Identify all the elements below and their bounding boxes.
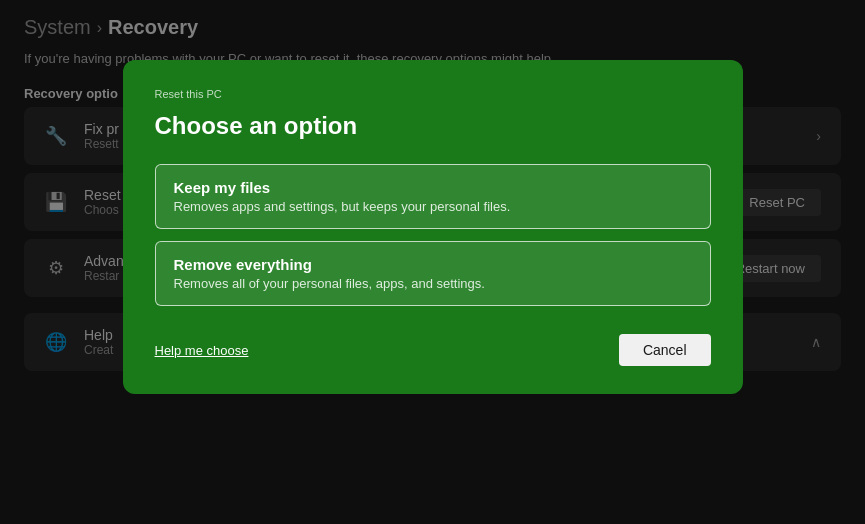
help-me-choose-link[interactable]: Help me choose (155, 343, 249, 358)
modal-title: Choose an option (155, 112, 711, 140)
modal-footer: Help me choose Cancel (155, 334, 711, 366)
remove-everything-desc: Removes all of your personal files, apps… (174, 276, 692, 291)
remove-everything-title: Remove everything (174, 256, 692, 273)
cancel-button[interactable]: Cancel (619, 334, 711, 366)
modal-overlay: Reset this PC Choose an option Keep my f… (0, 0, 865, 524)
remove-everything-option[interactable]: Remove everything Removes all of your pe… (155, 241, 711, 306)
keep-files-desc: Removes apps and settings, but keeps you… (174, 199, 692, 214)
modal-label: Reset this PC (155, 88, 711, 100)
reset-modal: Reset this PC Choose an option Keep my f… (123, 60, 743, 394)
keep-files-option[interactable]: Keep my files Removes apps and settings,… (155, 164, 711, 229)
keep-files-title: Keep my files (174, 179, 692, 196)
